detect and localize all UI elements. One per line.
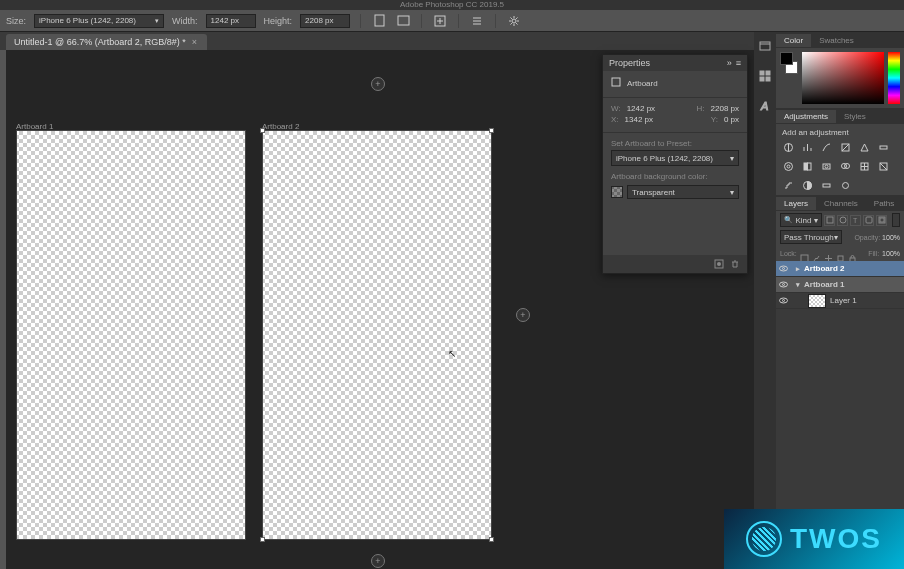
width-input[interactable]: 1242 px [206,14,256,28]
h-value[interactable]: 2208 px [711,104,739,113]
document-title: Untitled-1 @ 66.7% (Artboard 2, RGB/8#) … [14,37,186,47]
bg-swatch[interactable] [611,186,623,198]
gear-icon[interactable] [506,13,522,29]
channel-mixer-icon[interactable] [839,160,851,172]
panel-menu-icon[interactable]: ≡ [736,58,741,68]
bg-dropdown[interactable]: Transparent ▾ [627,185,739,199]
svg-point-21 [825,165,828,168]
document-tab[interactable]: Untitled-1 @ 66.7% (Artboard 2, RGB/8#) … [6,34,207,50]
invert-icon[interactable] [877,160,889,172]
visibility-icon[interactable] [778,264,788,274]
layer-mask-icon[interactable] [713,258,725,270]
selective-color-icon[interactable] [839,179,851,191]
x-value[interactable]: 1342 px [625,115,653,124]
adjustments-panel-tabs: Adjustments Styles [776,108,904,124]
foreground-background-swatch[interactable] [780,52,798,74]
gradient-map-icon[interactable] [820,179,832,191]
landscape-orientation-icon[interactable] [395,13,411,29]
disclosure-triangle-icon[interactable]: ▾ [796,281,800,289]
filter-shape-icon[interactable] [863,215,874,226]
tab-color[interactable]: Color [776,34,811,47]
artboard-1[interactable] [16,130,246,540]
lock-position-icon[interactable] [824,249,833,258]
portrait-orientation-icon[interactable] [371,13,387,29]
w-value[interactable]: 1242 px [627,104,655,113]
height-input[interactable]: 2208 px [300,14,350,28]
character-icon[interactable]: A [757,98,773,114]
foreground-color-swatch[interactable] [780,52,793,65]
exposure-icon[interactable] [839,141,851,153]
threshold-icon[interactable] [801,179,813,191]
layer-layer-1[interactable]: Layer 1 [776,293,904,309]
lock-artboard-icon[interactable] [836,249,845,258]
artboard-size-dropdown[interactable]: iPhone 6 Plus (1242, 2208) ▾ [34,14,164,28]
layer-list: ▸ Artboard 2 ▾ Artboard 1 Layer 1 [776,261,904,551]
libraries-icon[interactable] [757,68,773,84]
color-field[interactable] [802,52,884,104]
tab-swatches[interactable]: Swatches [811,34,862,47]
svg-point-43 [782,300,784,302]
visibility-icon[interactable] [778,280,788,290]
resize-handle[interactable] [260,128,265,133]
trash-icon[interactable] [729,258,741,270]
blend-mode-dropdown[interactable]: Pass Through ▾ [780,230,842,244]
color-lookup-icon[interactable] [858,160,870,172]
lock-transparent-icon[interactable] [800,249,809,258]
align-icon[interactable] [469,13,485,29]
collapse-icon[interactable]: » [727,58,732,68]
add-artboard-right-button[interactable]: + [516,308,530,322]
fill-value[interactable]: 100% [882,250,900,257]
brightness-contrast-icon[interactable] [782,141,794,153]
svg-point-17 [787,165,790,168]
layer-artboard-1[interactable]: ▾ Artboard 1 [776,277,904,293]
resize-handle[interactable] [489,128,494,133]
collapsed-panel-strip: A [754,32,776,569]
filter-toggle[interactable] [892,213,900,227]
add-artboard-icon[interactable] [432,13,448,29]
color-balance-icon[interactable] [782,160,794,172]
tab-layers[interactable]: Layers [776,197,816,210]
preset-dropdown[interactable]: iPhone 6 Plus (1242, 2208) ▾ [611,150,739,166]
h-label: H: [697,104,705,113]
tab-channels[interactable]: Channels [816,197,866,210]
svg-rect-4 [612,78,620,86]
disclosure-triangle-icon[interactable]: ▸ [796,265,800,273]
vibrance-icon[interactable] [858,141,870,153]
opacity-label: Opacity: [854,234,880,241]
visibility-icon[interactable] [778,296,788,306]
svg-rect-8 [760,71,764,75]
properties-header[interactable]: Properties » ≡ [603,55,747,71]
lock-image-icon[interactable] [812,249,821,258]
tab-adjustments[interactable]: Adjustments [776,110,836,123]
add-artboard-top-button[interactable]: + [371,77,385,91]
lock-label: Lock: [780,250,797,257]
black-white-icon[interactable] [801,160,813,172]
resize-handle[interactable] [489,537,494,542]
filter-pixel-icon[interactable] [824,215,835,226]
posterize-icon[interactable] [782,179,794,191]
hue-saturation-icon[interactable] [877,141,889,153]
app-title: Adobe Photoshop CC 2019.5 [400,0,504,9]
hue-slider[interactable] [888,52,900,104]
filter-adjustment-icon[interactable] [837,215,848,226]
curves-icon[interactable] [820,141,832,153]
opacity-value[interactable]: 100% [882,234,900,241]
history-icon[interactable] [757,38,773,54]
filter-smart-icon[interactable] [876,215,887,226]
add-artboard-bottom-button[interactable]: + [371,554,385,568]
y-value[interactable]: 0 px [724,115,739,124]
tab-styles[interactable]: Styles [836,110,874,123]
preset-label: Set Artboard to Preset: [611,139,692,148]
photo-filter-icon[interactable] [820,160,832,172]
lock-all-icon[interactable] [848,249,857,258]
svg-point-16 [784,162,792,170]
layer-artboard-2[interactable]: ▸ Artboard 2 [776,261,904,277]
tab-paths[interactable]: Paths [866,197,902,210]
filter-kind-dropdown[interactable]: 🔍 Kind ▾ [780,213,822,227]
filter-type-icon[interactable]: T [850,215,861,226]
resize-handle[interactable] [260,537,265,542]
artboard-2[interactable] [262,130,492,540]
close-icon[interactable]: × [192,37,197,47]
levels-icon[interactable] [801,141,813,153]
size-label: Size: [6,16,26,26]
